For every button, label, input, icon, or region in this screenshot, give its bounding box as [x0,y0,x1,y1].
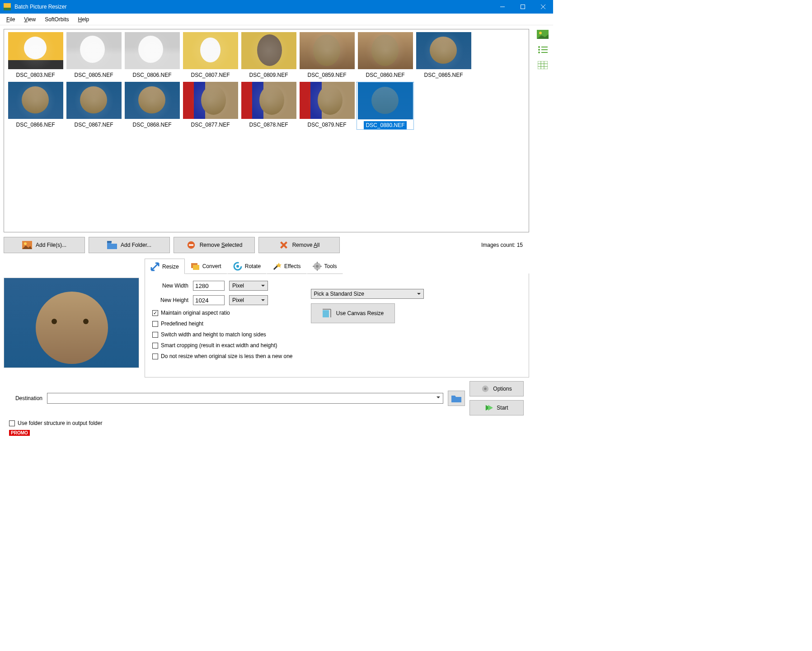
thumbnail-item[interactable]: DSC_0877.NEF [182,82,239,130]
height-unit-select[interactable]: Pixel [229,295,268,305]
tab-tools[interactable]: Tools [307,259,343,274]
svg-rect-26 [323,310,329,317]
switch-sides-checkbox[interactable] [152,332,158,338]
svg-rect-39 [541,49,548,50]
thumbnail-image [241,82,296,119]
thumbnail-label: DSC_0868.NEF [131,121,173,129]
thumbnail-item[interactable]: DSC_0805.NEF [65,32,122,79]
thumbnail-item[interactable]: DSC_0866.NEF [7,82,64,130]
browse-destination-button[interactable] [448,391,465,406]
thumbnail-item[interactable]: DSC_0859.NEF [298,32,356,79]
predefined-height-checkbox[interactable] [152,321,158,327]
effects-icon [272,262,282,271]
canvas-resize-label: Use Canvas Resize [336,310,384,316]
thumbnail-item[interactable]: DSC_0865.NEF [415,32,472,79]
folder-open-icon [451,394,461,402]
promo-badge[interactable]: PROMO [9,430,30,436]
tab-rotate-label: Rotate [245,263,261,269]
maximize-button[interactable] [512,0,533,14]
close-button[interactable] [533,0,553,14]
view-list-button[interactable] [535,44,550,55]
thumbnail-pane[interactable]: DSC_0803.NEFDSC_0805.NEFDSC_0806.NEFDSC_… [4,29,529,232]
thumbnail-item[interactable]: DSC_0809.NEF [240,32,297,79]
tab-resize[interactable]: Resize [145,259,185,274]
svg-rect-0 [4,3,11,8]
thumbnail-item[interactable]: DSC_0867.NEF [65,82,122,130]
svg-rect-42 [538,61,548,69]
folder-icon [107,241,117,249]
smart-crop-checkbox[interactable] [152,343,158,349]
new-width-input[interactable] [193,281,225,291]
thumbnail-image [125,32,180,69]
thumbnail-image [183,32,238,69]
svg-rect-9 [107,241,112,243]
menu-help[interactable]: Help [75,15,93,24]
thumbnail-image [66,82,122,119]
remove-all-button[interactable]: Remove All [258,237,340,253]
menu-view[interactable]: View [20,15,39,24]
thumbnail-item[interactable]: DSC_0880.NEF [357,82,414,130]
thumbnail-image [125,82,180,119]
thumbnail-image [66,32,122,69]
no-resize-checkbox[interactable] [152,354,158,359]
thumbnail-item[interactable]: DSC_0860.NEF [357,32,414,79]
thumbnail-label: DSC_0806.NEF [131,71,173,79]
destination-label: Destination [9,395,42,401]
tab-resize-label: Resize [162,264,179,270]
thumbnail-item[interactable]: DSC_0803.NEF [7,32,64,79]
svg-point-17 [236,265,239,268]
app-icon [4,3,11,10]
menubar: File View SoftOrbits Help [0,14,553,25]
menu-softorbits[interactable]: SoftOrbits [41,15,72,24]
tab-convert[interactable]: Convert [185,259,227,274]
thumbnail-item[interactable]: DSC_0806.NEF [123,32,181,79]
svg-rect-41 [541,52,548,53]
canvas-resize-button[interactable]: Use Canvas Resize [311,303,395,323]
aspect-ratio-label: Maintain original aspect ratio [161,310,230,316]
remove-selected-button[interactable]: Remove Selected [174,237,255,253]
remove-icon [186,241,196,249]
smart-crop-label: Smart cropping (result in exact width an… [161,342,277,349]
thumbnail-item[interactable]: DSC_0879.NEF [298,82,356,130]
view-details-button[interactable] [535,60,550,71]
thumbnail-label: DSC_0803.NEF [14,71,56,79]
thumbnail-image [300,82,355,119]
start-button[interactable]: Start [469,400,524,415]
thumbnail-label: DSC_0867.NEF [72,121,115,129]
thumbnail-label: DSC_0878.NEF [247,121,290,129]
minimize-button[interactable] [492,0,512,14]
destination-combobox[interactable] [47,393,443,404]
grid-icon [538,61,548,69]
svg-rect-11 [189,244,193,245]
standard-size-select[interactable]: Pick a Standard Size [311,289,424,299]
tab-effects[interactable]: Effects [267,259,306,274]
thumbnail-item[interactable]: DSC_0878.NEF [240,82,297,130]
add-folder-button[interactable]: Add Folder... [89,237,170,253]
thumbnail-item[interactable]: DSC_0868.NEF [123,82,181,130]
svg-rect-15 [193,265,199,270]
add-files-button[interactable]: Add File(s)... [4,237,85,253]
new-height-input[interactable] [193,295,225,305]
thumbnail-label: DSC_0880.NEF [364,121,406,129]
thumbnail-image [358,82,413,119]
thumbnail-image [358,32,413,69]
aspect-ratio-checkbox[interactable] [152,310,158,316]
tools-icon [313,262,322,271]
view-thumbnails-button[interactable] [535,29,550,40]
thumbnails-icon [537,30,549,39]
width-unit-select[interactable]: Pixel [229,281,268,291]
image-icon [22,241,32,249]
menu-file[interactable]: File [3,15,19,24]
tab-rotate[interactable]: Rotate [227,259,267,274]
use-folder-structure-checkbox[interactable] [9,420,15,426]
options-button[interactable]: Options [469,381,524,396]
thumbnail-item[interactable]: DSC_0807.NEF [182,32,239,79]
resize-icon [150,262,160,271]
svg-point-34 [539,32,542,34]
thumbnail-label: DSC_0879.NEF [305,121,348,129]
new-width-label: New Width [152,283,188,289]
thumbnail-label: DSC_0865.NEF [422,71,465,79]
thumbnail-label: DSC_0859.NEF [305,71,348,79]
thumbnail-image [300,32,355,69]
preview-image [4,278,139,368]
